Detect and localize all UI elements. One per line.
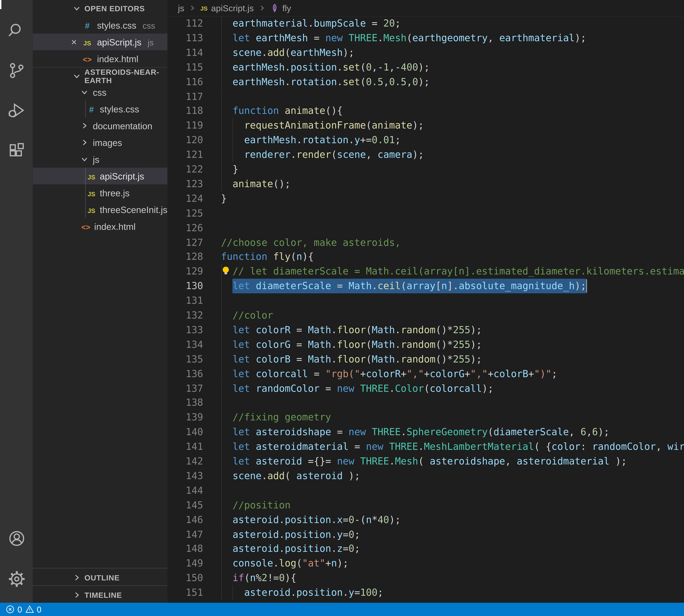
account-icon[interactable] — [8, 529, 26, 548]
code-line-129[interactable]: 129 // let diameterScale = Math.ceil(arr… — [167, 264, 684, 279]
lightbulb-icon[interactable] — [221, 266, 230, 278]
tree-item-styles.css[interactable]: #styles.css — [33, 101, 167, 117]
code-line-137[interactable]: 137 let randomColor = new THREE.Color(co… — [167, 381, 684, 396]
code-area[interactable]: 112 earthmaterial.bumpScale = 20;113 let… — [167, 16, 684, 603]
section-timeline[interactable]: TIMELINE — [33, 585, 167, 603]
code-line-122[interactable]: 122 } — [167, 162, 684, 177]
code-line-125[interactable]: 125 — [167, 206, 684, 221]
code-text: asteroid.position.y=100; — [221, 585, 383, 600]
tree-item-images[interactable]: images — [33, 134, 167, 151]
code-line-142[interactable]: 142 let asteroid ={}= new THREE.Mesh( as… — [167, 454, 684, 468]
breadcrumb-item-fly[interactable]: fly — [270, 3, 291, 13]
code-line-144[interactable]: 144 — [167, 483, 684, 498]
code-line-141[interactable]: 141 let asteroidmaterial = new THREE.Mes… — [167, 439, 684, 454]
line-number: 114 — [167, 45, 203, 60]
code-line-148[interactable]: 148 asteroid.position.z=0; — [167, 542, 684, 556]
indent-guide — [221, 396, 222, 410]
code-line-150[interactable]: 150 if(n%2!=0){ — [167, 571, 684, 585]
line-number: 143 — [167, 468, 203, 483]
code-line-146[interactable]: 146 asteroid.position.x=0-(n*40); — [167, 512, 684, 527]
code-line-114[interactable]: 114 scene.add(earthMesh); — [167, 45, 684, 60]
html-file-icon: <> — [80, 222, 92, 231]
code-line-123[interactable]: 123 animate(); — [167, 177, 684, 191]
code-line-112[interactable]: 112 earthmaterial.bumpScale = 20; — [167, 16, 684, 31]
code-text: console.log("at"+n); — [221, 556, 348, 571]
line-number: 145 — [167, 498, 203, 512]
open-editor-apiScript.js[interactable]: ×JSapiScript.jsjs — [33, 34, 167, 50]
open-editors-header[interactable]: OPEN EDITORS — [33, 0, 167, 17]
tree-item-js[interactable]: js — [33, 151, 167, 168]
tree-item-threeSceneInit.js[interactable]: JSthreeSceneInit.js — [33, 201, 167, 218]
code-text: } — [221, 162, 238, 177]
code-text: let diameterScale = Math.ceil(array[n].a… — [221, 279, 586, 293]
line-number: 149 — [167, 556, 203, 571]
code-line-151[interactable]: 151 asteroid.position.y=100; — [167, 585, 684, 600]
code-line-131[interactable]: 131 — [167, 293, 684, 308]
line-number: 140 — [167, 425, 203, 439]
editor-pane[interactable]: jsJSapiScript.jsfly 112 earthmaterial.bu… — [167, 0, 684, 603]
code-line-132[interactable]: 132 //color — [167, 308, 684, 323]
code-line-147[interactable]: 147 asteroid.position.y=0; — [167, 527, 684, 542]
code-line-145[interactable]: 145 //position — [167, 498, 684, 512]
line-number: 126 — [167, 220, 203, 235]
project-root-header[interactable]: ASTEROIDS-NEAR-EARTH — [33, 67, 167, 85]
code-line-130[interactable]: 130 let diameterScale = Math.ceil(array[… — [167, 279, 684, 293]
code-text: //position — [221, 498, 291, 512]
code-line-127[interactable]: 127//choose color, make asteroids, — [167, 235, 684, 250]
active-view-indicator — [0, 0, 1, 9]
code-line-113[interactable]: 113 let earthMesh = new THREE.Mesh(earth… — [167, 31, 684, 45]
breadcrumb-item-js[interactable]: js — [178, 3, 184, 13]
breadcrumb-item-apiScript.js[interactable]: JSapiScript.js — [200, 3, 254, 13]
css-file-icon: # — [82, 21, 93, 30]
code-line-128[interactable]: 128function fly(n){ — [167, 249, 684, 264]
code-line-118[interactable]: 118 function animate(){ — [167, 104, 684, 118]
run-debug-icon[interactable] — [8, 101, 26, 119]
code-line-115[interactable]: 115 earthMesh.position.set(0,-1,-400); — [167, 60, 684, 74]
code-line-149[interactable]: 149 console.log("at"+n); — [167, 556, 684, 571]
chevron-down-icon — [80, 88, 89, 96]
open-editor-index.html[interactable]: <>index.html — [33, 50, 167, 67]
code-line-135[interactable]: 135 let colorB = Math.floor(Math.random(… — [167, 352, 684, 367]
problems-status[interactable]: 00 — [6, 603, 42, 616]
code-line-119[interactable]: 119 requestAnimationFrame(animate); — [167, 118, 684, 133]
code-line-117[interactable]: 117 — [167, 89, 684, 104]
code-line-136[interactable]: 136 let colorcall = "rgb("+colorR+","+co… — [167, 366, 684, 381]
section-outline[interactable]: OUTLINE — [33, 568, 167, 586]
js-file-icon: JS — [86, 207, 97, 214]
line-number: 135 — [167, 352, 203, 367]
code-line-121[interactable]: 121 renderer.render(scene, camera); — [167, 148, 684, 162]
code-line-116[interactable]: 116 earthMesh.rotation.set(0.5,0.5,0); — [167, 74, 684, 89]
indent-guide — [221, 89, 222, 104]
code-line-143[interactable]: 143 scene.add( asteroid ); — [167, 468, 684, 483]
code-line-120[interactable]: 120 earthMesh.rotation.y+=0.01; — [167, 133, 684, 148]
line-number: 141 — [167, 439, 203, 454]
code-line-140[interactable]: 140 let asteroidshape = new THREE.Sphere… — [167, 425, 684, 439]
settings-gear-icon[interactable] — [8, 570, 26, 588]
source-control-icon[interactable] — [8, 62, 26, 80]
tree-item-css[interactable]: css — [33, 84, 167, 101]
code-text: //choose color, make asteroids, — [221, 235, 401, 250]
code-line-133[interactable]: 133 let colorR = Math.floor(Math.random(… — [167, 323, 684, 337]
code-line-138[interactable]: 138 — [167, 396, 684, 410]
line-number: 136 — [167, 366, 203, 381]
tree-item-documentation[interactable]: documentation — [33, 117, 167, 134]
tree-item-index.html[interactable]: <>index.html — [33, 218, 167, 235]
code-line-124[interactable]: 124} — [167, 191, 684, 206]
line-number: 122 — [167, 162, 203, 177]
js-file-icon: JS — [86, 174, 97, 180]
code-line-139[interactable]: 139 //fixing geometry — [167, 410, 684, 425]
line-number: 119 — [167, 118, 203, 133]
open-editor-styles.css[interactable]: #styles.csscss — [33, 17, 167, 34]
tree-item-apiScript.js[interactable]: JSapiScript.js — [33, 168, 167, 184]
file-suffix: js — [147, 37, 154, 47]
code-line-126[interactable]: 126 — [167, 220, 684, 235]
line-number: 113 — [167, 31, 203, 45]
chevron-right-icon — [73, 573, 81, 581]
close-icon[interactable]: × — [69, 37, 79, 47]
tree-item-three.js[interactable]: JSthree.js — [33, 184, 167, 201]
code-text: // let diameterScale = Math.ceil(array[n… — [221, 264, 684, 279]
code-line-134[interactable]: 134 let colorG = Math.floor(Math.random(… — [167, 337, 684, 352]
line-number: 124 — [167, 191, 203, 206]
extensions-icon[interactable] — [8, 142, 26, 160]
search-icon[interactable] — [8, 22, 26, 40]
